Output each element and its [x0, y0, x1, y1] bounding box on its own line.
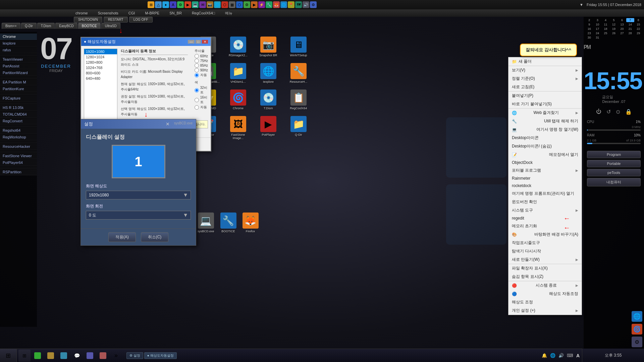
icon-potplayer[interactable]: ▶ PotPlayer: [255, 115, 282, 141]
sidebar-ea-partition[interactable]: EA Partition M: [0, 79, 37, 85]
top-icon-22[interactable]: 🔊: [303, 1, 309, 8]
icon-chrome[interactable]: 🌀 Chrome: [225, 88, 252, 111]
top-icon-14[interactable]: ⚙: [244, 1, 250, 8]
ctx-rainmeter[interactable]: Rainmeter: [508, 175, 582, 182]
tb-icon-2[interactable]: [32, 350, 44, 362]
freq-75hz[interactable]: 75Hz: [195, 59, 208, 63]
top-icon-16[interactable]: ⚡: [258, 1, 265, 8]
dlg-fg-close[interactable]: ✕: [166, 121, 170, 127]
taskbar-win-1[interactable]: ⚙ 설정: [126, 352, 143, 359]
resolution-select[interactable]: 644x362: [86, 191, 191, 199]
ctx-system-tools[interactable]: 시스템 도구 ▶: [508, 206, 582, 215]
minimize-btn[interactable]: —: [188, 40, 195, 44]
ctx-shutdown[interactable]: 🔴 시스템 종료 ▶: [508, 281, 582, 290]
res-1024x768[interactable]: 1024×768: [84, 65, 117, 70]
sidebar-iexplore[interactable]: lexplore: [0, 40, 37, 47]
restart-btn[interactable]: RESTART: [104, 17, 128, 22]
sidebar-rspartition[interactable]: RSPartition: [0, 169, 37, 175]
res-640x480[interactable]: 640×480: [84, 76, 117, 81]
ctx-new[interactable]: 새로 만들기(W) ▶: [508, 255, 582, 264]
extra-icon-right[interactable]: ⚙: [632, 337, 642, 347]
tab-bootice[interactable]: BOOTICE: [78, 23, 101, 29]
icon-winntsetup[interactable]: 🖥 WinNTSetup: [285, 35, 312, 58]
sidebar-partitionkure[interactable]: PartitionKure: [0, 86, 37, 92]
portable-btn[interactable]: Portable: [587, 160, 641, 167]
icon-snapshot[interactable]: 📷 Snapshot BR: [255, 35, 282, 58]
freq-85hz[interactable]: 85Hz: [195, 63, 208, 68]
top-icon-5[interactable]: ⚙: [177, 1, 184, 8]
ctx-notepad[interactable]: 📝 메모장에서 열기: [508, 150, 582, 159]
tab-bism[interactable]: Bism++: [2, 23, 20, 29]
ctx-sort[interactable]: 정렬 기준(O) ▶: [508, 74, 582, 83]
color-auto[interactable]: 자동: [195, 105, 208, 110]
top-icon-4[interactable]: A: [170, 1, 176, 8]
top-icon-13[interactable]: ⬡: [236, 1, 243, 8]
ctx-cmd-admin[interactable]: 여기에 명령 프롬프트(관리자) 열기: [508, 189, 582, 198]
freq-90hz[interactable]: 90Hz: [195, 68, 208, 72]
refresh-btn[interactable]: ↺: [606, 109, 611, 115]
ctx-explorer-restart[interactable]: 탐색기 다시시작: [508, 247, 582, 255]
petools-btn[interactable]: peTools: [587, 169, 641, 176]
top-icon-7[interactable]: 💻: [192, 1, 199, 8]
menu-main[interactable]: 메뉴: [223, 10, 234, 16]
shutdown-btn[interactable]: SHUTDOWN: [74, 17, 102, 22]
tb-icon-7[interactable]: [97, 350, 109, 362]
icon-qdir[interactable]: 📁 Q-Dir: [285, 115, 312, 141]
ctx-utill[interactable]: 🔧 Utill 탭재 해제 하기: [508, 117, 582, 125]
sidebar-faststone[interactable]: FastStone Viewer: [0, 153, 37, 159]
computer-btn[interactable]: 내컴퓨터: [587, 178, 641, 186]
icon-resourceh[interactable]: 🔧 ResourceH...: [285, 62, 312, 85]
icon-sysbcd[interactable]: 💻 sysΒCD.exe: [196, 211, 216, 234]
sidebar-chrome[interactable]: Chrome: [0, 34, 37, 40]
apply-btn[interactable]: 적용(A): [108, 232, 136, 242]
ctx-view[interactable]: 보기(V) ▶: [508, 66, 582, 74]
sidebar-regshot[interactable]: Regshot64: [0, 127, 37, 134]
ctx-res-auto[interactable]: 🔵 해상도 자동조정: [508, 290, 582, 298]
icon-firefox[interactable]: 🦊 Firefox: [241, 211, 260, 234]
top-icon-9[interactable]: 📷: [207, 1, 213, 8]
tray-icon-a[interactable]: A: [576, 352, 580, 359]
freq-60hz[interactable]: 60Hz: [195, 54, 208, 58]
ctx-new-folder[interactable]: 📁 새 폴더: [508, 57, 582, 66]
top-icon-20[interactable]: 📍: [288, 1, 294, 8]
tab-qdir[interactable]: Q-Dir: [21, 23, 37, 29]
sidebar-fscapture[interactable]: FSCapture: [0, 95, 37, 102]
top-icon-15[interactable]: ▶: [251, 1, 258, 8]
top-icon-1[interactable]: ⊞: [148, 1, 154, 8]
start-button[interactable]: ⊞: [0, 349, 17, 362]
top-icon-18[interactable]: 🦊: [273, 1, 280, 8]
top-icon-21[interactable]: 🗺: [295, 1, 302, 8]
ctx-winver[interactable]: 윈도버전 확인: [508, 198, 582, 206]
tb-icon-4[interactable]: [58, 350, 70, 362]
ctx-web-favorites[interactable]: 🌐 Web 즐겨찾기 ▶: [508, 109, 582, 117]
menu-cgi[interactable]: CGI: [127, 10, 137, 16]
lock-btn[interactable]: 🔒: [625, 109, 632, 115]
top-icon-12[interactable]: ▦: [229, 1, 235, 8]
res-800x600[interactable]: 800×600: [84, 70, 117, 76]
ctx-ext-show[interactable]: 파일 확장자 표시(X): [508, 264, 582, 273]
sidebar-partassist[interactable]: PartAssist: [0, 63, 37, 69]
ctx-regedit[interactable]: regedit: [508, 215, 582, 222]
ctx-paste[interactable]: 붙여넣기(P): [508, 92, 582, 100]
rotation-select[interactable]: 0 도: [86, 211, 191, 220]
ctx-objectdock[interactable]: ObjectDock: [508, 159, 582, 166]
close-btn[interactable]: ✕: [202, 40, 208, 44]
menu-screenshots[interactable]: Screenshots: [96, 10, 120, 16]
tab-easybcd[interactable]: EasyBCD: [55, 23, 77, 29]
tb-icon-3[interactable]: [45, 350, 57, 362]
res-1280x800[interactable]: 1280×800: [84, 60, 117, 65]
tray-icon-3[interactable]: 🔊: [558, 352, 565, 359]
icon-vhdism[interactable]: 📁 VHDism1...: [225, 62, 252, 85]
ctx-personalize[interactable]: 개인 설정 (+) ▶: [508, 306, 582, 315]
ctx-desktop-icon-hidden[interactable]: Desktop아이콘/ (숨김): [508, 142, 582, 150]
chrome-icon-right[interactable]: 🌀: [632, 324, 642, 335]
top-icon-17[interactable]: 🔧: [266, 1, 272, 8]
ctx-paste-shortcut[interactable]: 바로 가기 붙여넣기(S): [508, 100, 582, 108]
sidebar-teamviewer[interactable]: TeamViewer: [0, 56, 37, 63]
color-16bit[interactable]: 16비트: [195, 95, 208, 105]
icon-rsimagex[interactable]: 💿 RSImageX2...: [225, 35, 252, 58]
icon-faststone[interactable]: 🖼 FastStone Image...: [225, 115, 252, 141]
top-icon-2[interactable]: △: [155, 1, 162, 8]
maximize-btn[interactable]: □: [196, 40, 201, 44]
tab-ultrasd[interactable]: UltraSD: [101, 23, 120, 29]
